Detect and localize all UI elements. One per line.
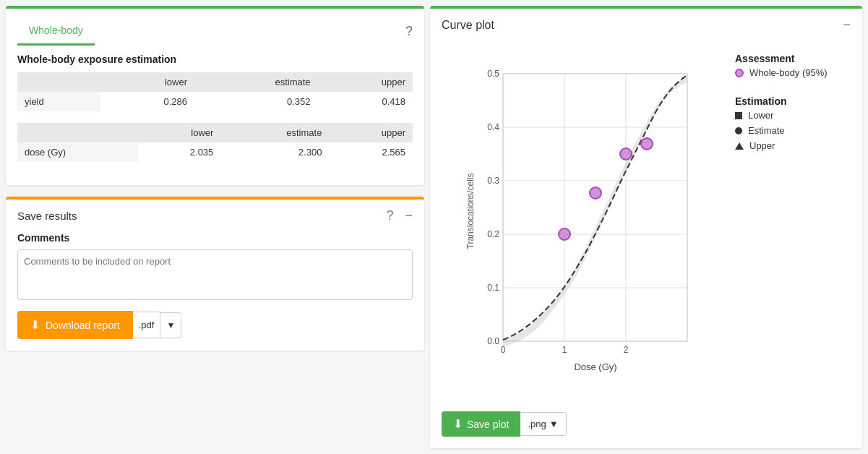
- upper-label: Upper: [749, 140, 775, 151]
- download-report-button[interactable]: ⬇ Download report: [17, 311, 133, 339]
- svg-point-12: [590, 187, 601, 199]
- dose-lower: 2.035: [138, 142, 220, 162]
- lower-square-icon: [735, 112, 742, 119]
- svg-text:0.0: 0.0: [487, 336, 499, 346]
- curve-plot-title: Curve plot: [442, 19, 494, 32]
- estimate-legend-item: Estimate: [735, 125, 851, 136]
- upper-triangle-icon: [735, 142, 744, 150]
- svg-rect-0: [503, 74, 687, 341]
- table2-col-lower: lower: [138, 123, 220, 142]
- table1-col-estimate: estimate: [194, 72, 318, 92]
- yield-upper: 0.418: [318, 92, 413, 111]
- dropdown-arrow-icon: ▼: [166, 320, 175, 330]
- download-btn-label: Download report: [46, 320, 120, 331]
- curve-plot-panel: Curve plot −: [430, 6, 862, 448]
- yield-table: lower estimate upper yield 0.286 0.352 0…: [17, 72, 413, 111]
- comments-textarea[interactable]: [17, 249, 413, 300]
- svg-text:0.3: 0.3: [487, 176, 499, 186]
- table1-col-lower: lower: [100, 72, 194, 92]
- estimate-circle-icon: [735, 127, 742, 134]
- svg-point-11: [559, 228, 570, 240]
- comments-label: Comments: [17, 232, 413, 244]
- help-icon[interactable]: ?: [405, 24, 413, 39]
- save-plot-button[interactable]: ⬇ Save plot: [442, 411, 520, 437]
- whole-body-tab[interactable]: Whole-body: [17, 17, 95, 46]
- svg-text:Dose (Gy): Dose (Gy): [574, 361, 616, 372]
- legend-area: Assessment Whole-body (95%) Estimation L…: [735, 38, 851, 406]
- plot-format-label: .png: [528, 419, 546, 429]
- svg-text:0.5: 0.5: [487, 69, 499, 79]
- plot-format-button[interactable]: .png ▼: [520, 412, 566, 436]
- svg-point-14: [641, 138, 653, 150]
- upper-legend-item: Upper: [735, 140, 851, 151]
- chart-wrapper: 0.5 0.4 0.3 0.2 0.1 0.0 0 1 2 Translocat…: [442, 38, 723, 406]
- save-minus-icon[interactable]: −: [405, 208, 413, 223]
- svg-text:Translocations/cells: Translocations/cells: [465, 174, 476, 249]
- bottom-bar: ⬇ Save plot .png ▼: [442, 411, 851, 437]
- dose-label: dose (Gy): [17, 142, 138, 162]
- format-label: .pdf: [139, 320, 155, 330]
- assessment-title: Assessment: [735, 53, 851, 64]
- assessment-legend-item: Whole-body (95%): [735, 67, 851, 78]
- table2-col-estimate: estimate: [220, 123, 329, 142]
- table2-col-empty: [17, 123, 138, 142]
- plot-dropdown-icon: ▼: [549, 419, 559, 429]
- yield-label: yield: [17, 92, 100, 111]
- table-row: yield 0.286 0.352 0.418: [17, 92, 413, 111]
- save-plot-download-icon: ⬇: [453, 417, 463, 431]
- dose-upper: 2.565: [329, 142, 413, 162]
- whole-body-dot-icon: [735, 69, 744, 77]
- save-results-title: Save results: [17, 210, 77, 222]
- svg-point-13: [620, 148, 632, 160]
- download-icon: ⬇: [30, 318, 40, 332]
- table2-col-upper: upper: [329, 123, 413, 142]
- svg-text:1: 1: [562, 345, 567, 355]
- dose-estimate: 2.300: [220, 142, 329, 162]
- save-help-icon[interactable]: ?: [386, 208, 393, 223]
- format-dropdown-button[interactable]: ▼: [160, 312, 181, 338]
- dose-table: lower estimate upper dose (Gy) 2.035 2.3…: [17, 123, 413, 162]
- save-results-card: Save results ? − Comments ⬇ Download rep…: [6, 197, 424, 351]
- svg-text:0: 0: [501, 345, 506, 355]
- yield-estimate: 0.352: [194, 92, 318, 111]
- card-orange-bar: [6, 197, 424, 200]
- estimate-label: Estimate: [748, 125, 785, 136]
- svg-text:2: 2: [624, 345, 629, 355]
- lower-label: Lower: [748, 110, 773, 121]
- svg-text:0.2: 0.2: [487, 229, 499, 239]
- save-plot-label: Save plot: [467, 419, 509, 430]
- table1-col-upper: upper: [318, 72, 413, 92]
- table-row: dose (Gy) 2.035 2.300 2.565: [17, 142, 413, 162]
- curve-chart: 0.5 0.4 0.3 0.2 0.1 0.0 0 1 2 Translocat…: [463, 67, 702, 377]
- right-panel-top-bar: [430, 6, 862, 9]
- right-minus-icon[interactable]: −: [843, 17, 851, 33]
- yield-lower: 0.286: [100, 92, 194, 111]
- card-top-bar: [6, 6, 424, 9]
- svg-text:0.1: 0.1: [487, 283, 499, 293]
- svg-text:0.4: 0.4: [487, 122, 499, 132]
- section-title: Whole-body exposure estimation: [17, 53, 413, 65]
- assessment-label: Whole-body (95%): [749, 67, 828, 78]
- table1-col-empty: [17, 72, 100, 92]
- lower-legend-item: Lower: [735, 110, 851, 121]
- estimation-title: Estimation: [735, 95, 851, 107]
- format-button[interactable]: .pdf: [133, 312, 161, 338]
- whole-body-card: Whole-body ? Whole-body exposure estimat…: [6, 6, 424, 185]
